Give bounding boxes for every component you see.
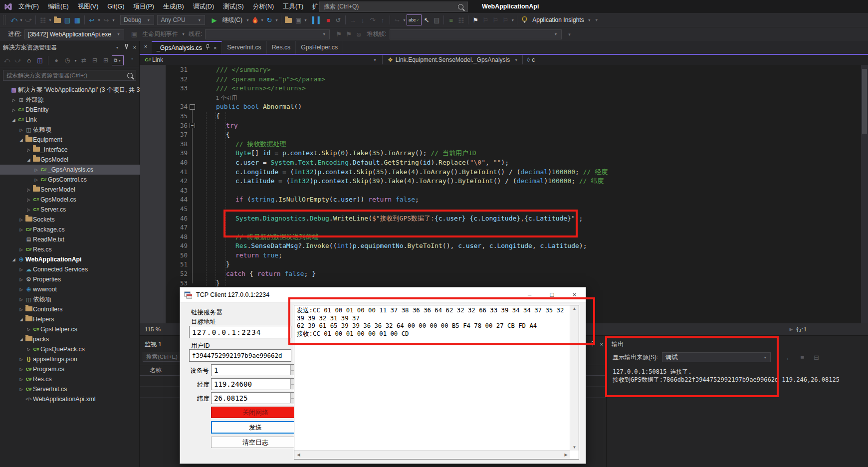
menu-item[interactable]: 测试(S) (218, 0, 248, 13)
navigate-forward-icon[interactable]: ⤻ (23, 14, 33, 25)
tree-item-appsettings-json[interactable]: ▷{}appsettings.json (0, 354, 140, 364)
output-wordwrap-icon[interactable]: ≡ (797, 352, 807, 363)
tree-item-connected-services[interactable]: ▷☁Connected Services (0, 264, 140, 274)
comment-lines-icon[interactable]: ≡ (446, 14, 456, 25)
se-home-icon[interactable]: ⌂ (24, 55, 34, 65)
se-switch-views-icon[interactable]: ◫ (35, 55, 45, 65)
expander-collapsed-icon[interactable]: ▷ (10, 98, 17, 102)
se-show-all-files-button[interactable]: ⧉▾ (112, 55, 124, 65)
navigate-back-dropdown[interactable]: ▾ (19, 18, 23, 22)
tree-item--[interactable]: ▷◫依赖项 (0, 125, 140, 135)
continue-button[interactable]: 继续(C) (222, 16, 242, 24)
application-insights-dropdown[interactable]: ▾ (587, 18, 592, 22)
expander-collapsed-icon[interactable]: ▷ (18, 387, 24, 392)
expander-collapsed-icon[interactable]: ▷ (18, 218, 24, 222)
continue-dropdown[interactable]: ▾ (245, 18, 250, 22)
application-insights-button[interactable]: Application Insights (532, 16, 584, 23)
format-document-icon[interactable]: ▤ (432, 14, 441, 25)
new-window-icon[interactable]: ▣ (293, 14, 303, 25)
redo-icon[interactable]: ↪ (101, 14, 111, 25)
code-map-icon[interactable]: ⥊ (392, 14, 402, 25)
expander-collapsed-icon[interactable]: ▷ (10, 108, 17, 112)
expander-expanded-icon[interactable]: ◢ (18, 337, 24, 342)
tree-item-servermodel[interactable]: ▷ServerModel (0, 185, 140, 195)
tree-item-gpsmodel-cs[interactable]: ▷C#GpsModel.cs (0, 195, 140, 205)
bookmark-icon[interactable]: ⚑ (470, 14, 480, 25)
menu-item[interactable]: 工具(T) (278, 0, 308, 13)
menu-item[interactable]: 分析(N) (248, 0, 278, 13)
menu-item[interactable]: 视图(V) (73, 0, 103, 13)
expander-collapsed-icon[interactable]: ▷ (18, 367, 24, 372)
tree-item--interface[interactable]: ▷_Interface (0, 145, 140, 155)
solution-explorer-search[interactable]: 搜索解决方案资源管理器(Ctrl+;) (3, 70, 136, 81)
expander-collapsed-icon[interactable]: ▷ (18, 228, 24, 232)
tree-item-gpshelper-cs[interactable]: ▷C#GpsHelper.cs (0, 324, 140, 334)
bookmark-dropdown[interactable]: ▾ (510, 18, 515, 22)
tree-item-link[interactable]: ◢C#Link (0, 115, 140, 125)
breadcrumb-type-dropdown[interactable]: Link.Equipment.SenseModel._GpsAnalysis (396, 56, 510, 63)
menu-item[interactable]: Git(G) (103, 0, 129, 13)
flag-threads-icon[interactable]: ⚑ (334, 29, 344, 40)
tcp-user-input[interactable]: f3944752992197b9ae99662d (189, 349, 291, 362)
expander-collapsed-icon[interactable]: ▷ (25, 198, 32, 202)
se-back-icon[interactable]: ⤺ (2, 55, 12, 65)
tree-item-package-cs[interactable]: ▷C#Package.cs (0, 225, 140, 234)
tree-item-res-cs[interactable]: ▷C#Res.cs (0, 374, 140, 384)
tab-close-icon[interactable]: × (214, 45, 217, 51)
break-all-icon[interactable]: ▍▍ (312, 14, 323, 25)
tree-item-gpsquepack-cs[interactable]: ▷C#GpsQuePack.cs (0, 344, 140, 354)
tab-pin-icon[interactable] (206, 44, 210, 51)
clear-log-button[interactable]: 清空日志 (211, 437, 300, 448)
restart-dropdown[interactable]: ▾ (274, 18, 279, 22)
tcp-device-input[interactable]: 1 ▲▼ (211, 364, 300, 376)
stop-debugging-icon[interactable]: ■ (323, 14, 333, 25)
tree-item-serverinit-cs[interactable]: ▷C#ServerInit.cs (0, 384, 140, 394)
expander-collapsed-icon[interactable]: ▷ (18, 247, 24, 252)
tree-item-program-cs[interactable]: ▷C#Program.cs (0, 364, 140, 374)
browse-files-icon[interactable] (283, 14, 293, 25)
step-out-icon[interactable]: ↑ (378, 14, 388, 25)
se-collapse-all-icon[interactable]: ⊟ (90, 55, 100, 65)
expander-expanded-icon[interactable]: ◢ (18, 317, 24, 322)
se-properties-icon[interactable]: ⊞ (101, 55, 111, 65)
breadcrumb-project-dropdown[interactable]: Link (152, 56, 163, 63)
tree-item--gpsanalysis-cs[interactable]: ▷C#_GpsAnalysis.cs (0, 165, 140, 175)
next-bookmark-icon[interactable]: ⚐ (490, 14, 500, 25)
restart-app-icon[interactable]: ↻ (264, 14, 274, 25)
hot-reload-dropdown[interactable]: ▾ (260, 18, 264, 22)
tree-item-properties[interactable]: ▷⚙Properties (0, 274, 140, 284)
expander-collapsed-icon[interactable]: ▷ (25, 188, 32, 192)
undo-icon[interactable]: ↩ (87, 14, 97, 25)
se-overflow-icon[interactable]: ” (127, 55, 137, 65)
tcp-address-input[interactable]: 127.0.0.1:2234 (189, 326, 291, 338)
expander-collapsed-icon[interactable]: ▷ (25, 327, 32, 332)
scroll-left-icon[interactable]: ◀ (294, 453, 303, 457)
toolbar-overflow-icon[interactable]: ▾ (592, 14, 602, 25)
se-pending-changes-icon[interactable]: ● (51, 55, 61, 65)
tree-item-helpers[interactable]: ◢Helpers (0, 314, 140, 324)
quick-search-box[interactable]: 搜索 (Ctrl+Q) (319, 1, 468, 12)
stackframe-dropdown[interactable]: ▾ (390, 29, 562, 39)
expander-collapsed-icon[interactable]: ▷ (25, 347, 32, 352)
window-dropdown[interactable]: ▾ (303, 18, 308, 22)
tree-item-server-cs[interactable]: ▷C#Server.cs (0, 205, 140, 215)
hscroll-right-arrow-icon[interactable]: ▶ (786, 324, 796, 335)
tree-item-webapplicationapi-xml[interactable]: </>WebApplicationApi.xml (0, 394, 140, 404)
editor-vertical-scrollbar[interactable] (861, 65, 868, 323)
se-history-icon[interactable]: ◷ (62, 55, 72, 65)
save-icon[interactable]: ▤ (62, 14, 72, 25)
pin-icon[interactable] (124, 44, 129, 51)
menu-item[interactable]: 生成(B) (159, 0, 189, 13)
watch-close-icon[interactable]: × (600, 341, 603, 348)
process-dropdown[interactable]: [35472] WebApplicationApi.exe▾ (24, 29, 124, 39)
debugbar-overflow-icon[interactable]: ▾ (565, 29, 575, 40)
tree-item-packs[interactable]: ◢packs (0, 334, 140, 344)
output-goto-icon[interactable]: ⌞ (783, 352, 793, 363)
document-tab[interactable]: _GpsAnalysis.cs× (152, 41, 222, 54)
menu-item[interactable]: 项目(P) (129, 0, 159, 13)
document-tab[interactable]: GpsHelper.cs (296, 41, 343, 54)
undo-dropdown[interactable]: ▾ (97, 18, 101, 22)
tree-item-webapplicationapi[interactable]: ◢⊕WebApplicationApi (0, 254, 140, 264)
tree-item-controllers[interactable]: ▷Controllers (0, 304, 140, 314)
step-over-icon[interactable]: ↷ (368, 14, 378, 25)
